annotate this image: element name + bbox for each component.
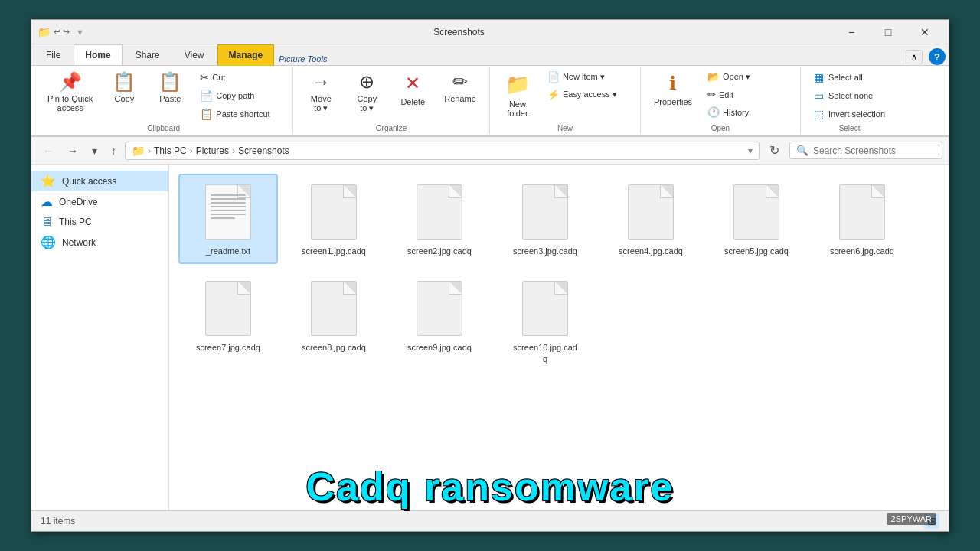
- small-clipboard-buttons: ✂ Cut 📄 Copy path 📋 Paste shortcut: [194, 69, 286, 122]
- delete-label: Delete: [400, 97, 425, 106]
- minimize-button[interactable]: −: [834, 22, 869, 42]
- edit-button[interactable]: ✏ Edit: [702, 86, 794, 103]
- path-folder-icon: 📁: [132, 145, 145, 157]
- cadq-file-icon-9: [416, 281, 462, 336]
- tab-view[interactable]: View: [173, 44, 216, 65]
- file-item-screen8[interactable]: screen8.jpg.cadq: [284, 270, 384, 372]
- folder-icon: 📁: [38, 26, 51, 38]
- ribbon-group-select: ▦ Select all ▭ Select none ⬚ Invert sele…: [801, 67, 898, 134]
- copy-to-icon: ⊕: [359, 73, 374, 91]
- tab-file[interactable]: File: [34, 44, 72, 65]
- cadq-file-icon-6: [839, 184, 885, 240]
- path-dropdown-arrow[interactable]: ▾: [748, 145, 753, 156]
- ribbon-group-organize: → Moveto ▾ ⊕ Copyto ▾ ✕ Delete ✏ Rename …: [293, 67, 490, 134]
- cadq-file-icon-3: [522, 184, 568, 240]
- file-item-screen3[interactable]: screen3.jpg.cadq: [495, 174, 595, 264]
- new-item-label: New item ▾: [563, 72, 605, 82]
- file-item-screen4[interactable]: screen4.jpg.cadq: [601, 174, 701, 264]
- title-bar: 📁 ↩ ↪ ▼ Screenshots − □ ✕: [31, 20, 949, 44]
- close-button[interactable]: ✕: [907, 22, 942, 42]
- select-all-button[interactable]: ▦ Select all: [807, 69, 892, 86]
- s8-icon-wrapper: [306, 278, 361, 339]
- properties-icon: ℹ: [669, 73, 676, 94]
- help-button[interactable]: ?: [929, 48, 946, 65]
- file-item-screen2[interactable]: screen2.jpg.cadq: [390, 174, 489, 264]
- s5-icon-wrapper: [729, 181, 784, 243]
- status-bar: 11 items ≡ ⊞: [31, 510, 949, 531]
- new-group-label: New: [496, 122, 634, 132]
- ribbon-group-clipboard: 📌 Pin to Quickaccess 📋 Copy 📋 Paste ✂: [34, 67, 293, 134]
- refresh-button[interactable]: ↻: [763, 139, 786, 161]
- file-item-screen5[interactable]: screen5.jpg.cadq: [707, 174, 806, 264]
- window-controls: − □ ✕: [834, 22, 942, 42]
- s3-icon-wrapper: [518, 181, 573, 243]
- file-item-screen1[interactable]: screen1.jpg.cadq: [284, 174, 384, 264]
- file-grid: _readme.txt screen1.jpg.cadq screen2.jpg…: [178, 174, 939, 372]
- move-to-button[interactable]: → Moveto ▾: [299, 69, 342, 117]
- title-bar-left: 📁 ↩ ↪ ▼: [38, 26, 84, 38]
- sidebar-item-onedrive[interactable]: ☁ OneDrive: [31, 191, 168, 212]
- search-input[interactable]: [813, 145, 936, 156]
- sidebar-item-quick-access[interactable]: ⭐ Quick access: [31, 171, 168, 191]
- easy-access-button[interactable]: ⚡ Easy access ▾: [542, 86, 634, 103]
- history-label: History: [723, 108, 749, 117]
- maximize-button[interactable]: □: [871, 22, 906, 42]
- s7-file-name: screen7.jpg.cadq: [196, 342, 260, 353]
- forward-button[interactable]: →: [62, 141, 83, 161]
- s10-file-name: screen10.jpg.cadq: [513, 342, 577, 364]
- sidebar-item-network[interactable]: 🌐 Network: [31, 232, 168, 253]
- properties-button[interactable]: ℹ Properties: [647, 69, 699, 110]
- copy-button[interactable]: 📋 Copy: [103, 69, 145, 107]
- history-button[interactable]: 🕐 History: [702, 104, 794, 120]
- s1-file-name: screen1.jpg.cadq: [302, 246, 366, 256]
- cadq-file-icon-8: [311, 281, 357, 336]
- delete-button[interactable]: ✕ Delete: [391, 69, 434, 110]
- path-pictures[interactable]: Pictures: [196, 145, 229, 156]
- new-item-button[interactable]: 📄 New item ▾: [542, 69, 634, 85]
- tab-home[interactable]: Home: [74, 44, 122, 65]
- picture-tools-label-area: Picture Tools: [276, 54, 906, 65]
- items-count: 11 items: [41, 516, 75, 527]
- tab-share[interactable]: Share: [124, 44, 172, 65]
- s4-file-name: screen4.jpg.cadq: [619, 246, 683, 256]
- open-button[interactable]: 📂 Open ▾: [702, 69, 794, 85]
- file-item-screen10[interactable]: screen10.jpg.cadq: [495, 270, 595, 372]
- search-box: 🔍: [789, 142, 942, 159]
- up-button[interactable]: ↑: [106, 141, 122, 161]
- path-screenshots[interactable]: Screenshots: [238, 145, 289, 156]
- rename-button[interactable]: ✏ Rename: [437, 69, 483, 107]
- cut-button[interactable]: ✂ Cut: [194, 69, 286, 86]
- sidebar: ⭐ Quick access ☁ OneDrive 🖥 This PC 🌐 Ne…: [31, 165, 169, 510]
- file-item-screen7[interactable]: screen7.jpg.cadq: [178, 270, 278, 372]
- tab-manage[interactable]: Manage: [217, 44, 275, 66]
- paste-shortcut-button[interactable]: 📋 Paste shortcut: [194, 106, 286, 122]
- s2-file-name: screen2.jpg.cadq: [407, 246, 472, 256]
- address-path[interactable]: 📁 › This PC › Pictures › Screenshots ▾: [125, 142, 760, 160]
- cadq-file-icon-1: [311, 184, 357, 240]
- s4-icon-wrapper: [623, 181, 678, 243]
- quick-access-toolbar: ↩ ↪: [54, 27, 70, 37]
- select-none-button[interactable]: ▭ Select none: [807, 87, 892, 104]
- file-item-screen6[interactable]: screen6.jpg.cadq: [812, 174, 912, 264]
- invert-selection-button[interactable]: ⬚ Invert selection: [807, 106, 892, 122]
- paste-button[interactable]: 📋 Paste: [149, 69, 191, 107]
- history-icon: 🕐: [707, 106, 720, 118]
- recent-locations-button[interactable]: ▾: [87, 141, 103, 161]
- ribbon-collapse-button[interactable]: ∧: [906, 50, 923, 64]
- select-all-label: Select all: [828, 73, 863, 82]
- copy-path-button[interactable]: 📄 Copy path: [194, 87, 286, 104]
- organize-group-label: Organize: [299, 122, 483, 132]
- back-button[interactable]: ←: [38, 141, 59, 161]
- pin-label: Pin to Quickaccess: [47, 94, 93, 112]
- file-item-readme[interactable]: _readme.txt: [178, 174, 278, 264]
- sidebar-item-this-pc[interactable]: 🖥 This PC: [31, 212, 168, 232]
- file-item-screen9[interactable]: screen9.jpg.cadq: [390, 270, 489, 372]
- new-folder-button[interactable]: 📁 Newfolder: [496, 69, 539, 122]
- open-label: Open ▾: [723, 72, 750, 82]
- search-icon: 🔍: [796, 145, 808, 156]
- copy-to-button[interactable]: ⊕ Copyto ▾: [345, 69, 388, 117]
- pin-to-quick-access-button[interactable]: 📌 Pin to Quickaccess: [41, 69, 100, 116]
- paste-shortcut-icon: 📋: [200, 108, 213, 120]
- easy-access-icon: ⚡: [547, 89, 560, 100]
- path-this-pc[interactable]: This PC: [154, 145, 187, 156]
